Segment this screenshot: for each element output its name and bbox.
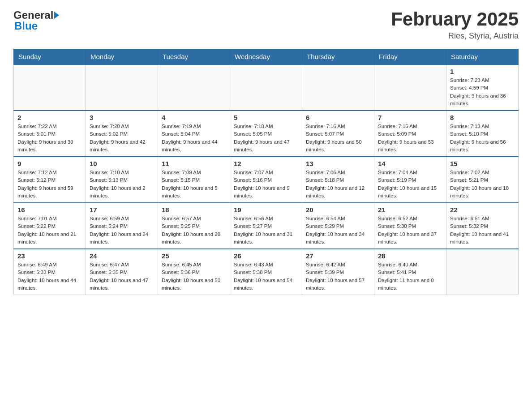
day-info: Sunrise: 7:09 AM Sunset: 5:15 PM Dayligh… [162, 169, 226, 200]
day-number: 15 [450, 160, 515, 167]
day-info: Sunrise: 7:23 AM Sunset: 4:59 PM Dayligh… [450, 77, 515, 107]
calendar-cell: 12Sunrise: 7:07 AM Sunset: 5:16 PM Dayli… [230, 157, 302, 203]
day-number: 28 [378, 252, 442, 260]
calendar-week-4: 16Sunrise: 7:01 AM Sunset: 5:22 PM Dayli… [14, 203, 519, 249]
day-info: Sunrise: 7:13 AM Sunset: 5:10 PM Dayligh… [450, 123, 515, 154]
day-number: 19 [234, 206, 298, 214]
calendar-cell [158, 64, 230, 111]
day-number: 6 [306, 114, 370, 121]
calendar-subtitle: Ries, Styria, Austria [391, 31, 519, 41]
logo-arrow-icon [54, 12, 59, 19]
calendar-cell: 27Sunrise: 6:42 AM Sunset: 5:39 PM Dayli… [302, 249, 374, 295]
logo-blue-text: Blue [14, 20, 38, 32]
day-number: 9 [17, 160, 82, 167]
calendar-week-2: 2Sunrise: 7:22 AM Sunset: 5:01 PM Daylig… [14, 111, 519, 157]
calendar-cell: 25Sunrise: 6:45 AM Sunset: 5:36 PM Dayli… [158, 249, 230, 295]
calendar-header: SundayMondayTuesdayWednesdayThursdayFrid… [14, 49, 519, 65]
calendar-cell: 10Sunrise: 7:10 AM Sunset: 5:13 PM Dayli… [86, 157, 158, 203]
day-number: 16 [17, 206, 82, 214]
title-section: February 2025 Ries, Styria, Austria [391, 9, 519, 41]
day-number: 25 [162, 252, 226, 260]
day-info: Sunrise: 6:42 AM Sunset: 5:39 PM Dayligh… [306, 261, 370, 292]
weekday-header-sunday: Sunday [14, 49, 86, 65]
day-info: Sunrise: 6:43 AM Sunset: 5:38 PM Dayligh… [234, 261, 298, 292]
day-number: 23 [17, 252, 82, 260]
day-info: Sunrise: 7:16 AM Sunset: 5:07 PM Dayligh… [306, 123, 370, 154]
day-number: 24 [90, 252, 154, 260]
calendar-cell [446, 249, 519, 295]
logo: General Blue [13, 9, 59, 32]
calendar-cell: 7Sunrise: 7:15 AM Sunset: 5:09 PM Daylig… [374, 111, 446, 157]
weekday-header-saturday: Saturday [446, 49, 519, 65]
day-number: 20 [306, 206, 370, 214]
day-info: Sunrise: 7:10 AM Sunset: 5:13 PM Dayligh… [90, 169, 154, 200]
calendar-cell: 9Sunrise: 7:12 AM Sunset: 5:12 PM Daylig… [14, 157, 86, 203]
day-number: 18 [162, 206, 226, 214]
weekday-header-row: SundayMondayTuesdayWednesdayThursdayFrid… [14, 49, 519, 65]
day-info: Sunrise: 7:12 AM Sunset: 5:12 PM Dayligh… [17, 169, 82, 200]
day-info: Sunrise: 7:07 AM Sunset: 5:16 PM Dayligh… [234, 169, 298, 200]
weekday-header-friday: Friday [374, 49, 446, 65]
weekday-header-monday: Monday [86, 49, 158, 65]
day-info: Sunrise: 6:51 AM Sunset: 5:32 PM Dayligh… [450, 215, 515, 246]
calendar-body: 1Sunrise: 7:23 AM Sunset: 4:59 PM Daylig… [14, 64, 519, 295]
calendar-cell: 18Sunrise: 6:57 AM Sunset: 5:25 PM Dayli… [158, 203, 230, 249]
day-number: 3 [90, 114, 154, 121]
day-info: Sunrise: 7:18 AM Sunset: 5:05 PM Dayligh… [234, 123, 298, 154]
calendar-cell: 16Sunrise: 7:01 AM Sunset: 5:22 PM Dayli… [14, 203, 86, 249]
calendar-cell: 23Sunrise: 6:49 AM Sunset: 5:33 PM Dayli… [14, 249, 86, 295]
calendar-cell: 15Sunrise: 7:02 AM Sunset: 5:21 PM Dayli… [446, 157, 519, 203]
calendar-table: SundayMondayTuesdayWednesdayThursdayFrid… [13, 49, 519, 295]
calendar-cell [86, 64, 158, 111]
day-number: 4 [162, 114, 226, 121]
day-info: Sunrise: 6:52 AM Sunset: 5:30 PM Dayligh… [378, 215, 442, 246]
day-info: Sunrise: 7:06 AM Sunset: 5:18 PM Dayligh… [306, 169, 370, 200]
calendar-cell [230, 64, 302, 111]
day-info: Sunrise: 6:47 AM Sunset: 5:35 PM Dayligh… [90, 261, 154, 292]
day-info: Sunrise: 6:59 AM Sunset: 5:24 PM Dayligh… [90, 215, 154, 246]
calendar-cell: 13Sunrise: 7:06 AM Sunset: 5:18 PM Dayli… [302, 157, 374, 203]
page-header: General Blue February 2025 Ries, Styria,… [13, 9, 519, 41]
calendar-cell: 19Sunrise: 6:56 AM Sunset: 5:27 PM Dayli… [230, 203, 302, 249]
day-number: 17 [90, 206, 154, 214]
day-number: 2 [17, 114, 82, 121]
weekday-header-wednesday: Wednesday [230, 49, 302, 65]
day-info: Sunrise: 7:15 AM Sunset: 5:09 PM Dayligh… [378, 123, 442, 154]
calendar-cell: 5Sunrise: 7:18 AM Sunset: 5:05 PM Daylig… [230, 111, 302, 157]
day-info: Sunrise: 6:56 AM Sunset: 5:27 PM Dayligh… [234, 215, 298, 246]
calendar-cell: 26Sunrise: 6:43 AM Sunset: 5:38 PM Dayli… [230, 249, 302, 295]
calendar-cell: 24Sunrise: 6:47 AM Sunset: 5:35 PM Dayli… [86, 249, 158, 295]
calendar-cell: 3Sunrise: 7:20 AM Sunset: 5:02 PM Daylig… [86, 111, 158, 157]
calendar-cell: 4Sunrise: 7:19 AM Sunset: 5:04 PM Daylig… [158, 111, 230, 157]
day-number: 14 [378, 160, 442, 167]
calendar-cell: 1Sunrise: 7:23 AM Sunset: 4:59 PM Daylig… [446, 64, 519, 111]
calendar-cell: 20Sunrise: 6:54 AM Sunset: 5:29 PM Dayli… [302, 203, 374, 249]
day-info: Sunrise: 7:04 AM Sunset: 5:19 PM Dayligh… [378, 169, 442, 200]
weekday-header-thursday: Thursday [302, 49, 374, 65]
calendar-cell: 22Sunrise: 6:51 AM Sunset: 5:32 PM Dayli… [446, 203, 519, 249]
calendar-week-1: 1Sunrise: 7:23 AM Sunset: 4:59 PM Daylig… [14, 64, 519, 111]
day-info: Sunrise: 7:20 AM Sunset: 5:02 PM Dayligh… [90, 123, 154, 154]
calendar-cell: 8Sunrise: 7:13 AM Sunset: 5:10 PM Daylig… [446, 111, 519, 157]
day-info: Sunrise: 6:54 AM Sunset: 5:29 PM Dayligh… [306, 215, 370, 246]
calendar-cell: 11Sunrise: 7:09 AM Sunset: 5:15 PM Dayli… [158, 157, 230, 203]
day-number: 13 [306, 160, 370, 167]
calendar-week-3: 9Sunrise: 7:12 AM Sunset: 5:12 PM Daylig… [14, 157, 519, 203]
calendar-week-5: 23Sunrise: 6:49 AM Sunset: 5:33 PM Dayli… [14, 249, 519, 295]
day-number: 22 [450, 206, 515, 214]
day-number: 21 [378, 206, 442, 214]
day-info: Sunrise: 7:22 AM Sunset: 5:01 PM Dayligh… [17, 123, 82, 154]
day-number: 8 [450, 114, 515, 121]
day-number: 7 [378, 114, 442, 121]
calendar-cell [14, 64, 86, 111]
day-info: Sunrise: 6:49 AM Sunset: 5:33 PM Dayligh… [17, 261, 82, 292]
day-info: Sunrise: 6:45 AM Sunset: 5:36 PM Dayligh… [162, 261, 226, 292]
day-info: Sunrise: 6:57 AM Sunset: 5:25 PM Dayligh… [162, 215, 226, 246]
day-number: 11 [162, 160, 226, 167]
day-info: Sunrise: 7:19 AM Sunset: 5:04 PM Dayligh… [162, 123, 226, 154]
calendar-cell: 6Sunrise: 7:16 AM Sunset: 5:07 PM Daylig… [302, 111, 374, 157]
calendar-cell: 21Sunrise: 6:52 AM Sunset: 5:30 PM Dayli… [374, 203, 446, 249]
day-info: Sunrise: 6:40 AM Sunset: 5:41 PM Dayligh… [378, 261, 442, 292]
day-number: 10 [90, 160, 154, 167]
day-number: 12 [234, 160, 298, 167]
